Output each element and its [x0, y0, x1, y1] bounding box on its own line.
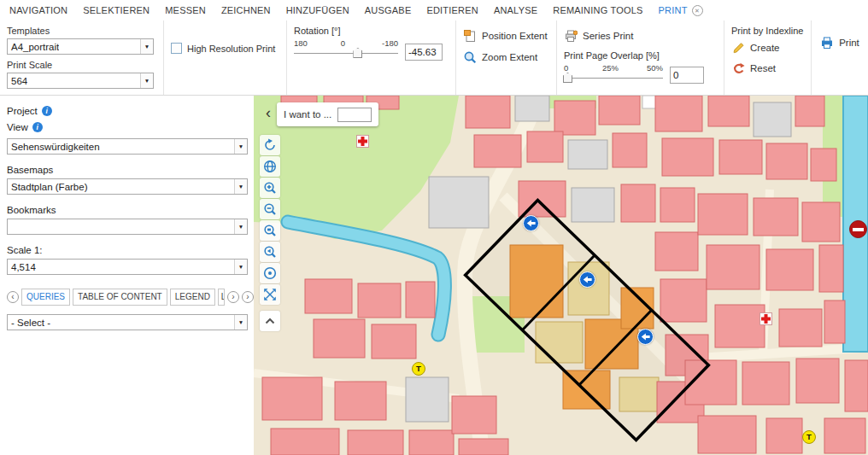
rotation-max-label: -180: [382, 38, 398, 48]
full-extent-icon: [262, 287, 278, 302]
info-icon[interactable]: [32, 122, 43, 132]
rotation-slider-handle[interactable]: [353, 48, 362, 58]
chevron-down-icon[interactable]: [140, 73, 153, 88]
high-res-checkbox-row[interactable]: High Resolution Print: [171, 43, 279, 54]
i-want-to-input[interactable]: [337, 108, 372, 122]
zoom-extent-label: Zoom Extent: [482, 52, 537, 62]
taxi-marker-label: T: [806, 432, 812, 441]
tab-ausgabe[interactable]: AUSGABE: [357, 0, 419, 20]
basemaps-value: Stadtplan (Farbe): [8, 182, 88, 192]
panel-tab-legend[interactable]: LEGEND: [170, 289, 215, 306]
rotation-slider[interactable]: 180 0 -180: [294, 38, 398, 66]
center-icon: [262, 265, 278, 281]
one-way-marker: [637, 329, 654, 345]
indexline-create-button[interactable]: Create: [731, 41, 804, 55]
scale-label: Scale 1:: [7, 245, 248, 255]
panel-tabs-more-button[interactable]: [242, 291, 254, 303]
tab-print-label: PRINT: [659, 0, 688, 20]
one-way-marker: [579, 271, 595, 288]
chevron-down-icon[interactable]: [140, 39, 153, 54]
overlap-value-input[interactable]: [670, 67, 704, 84]
tab-remaining-tools[interactable]: REMAINING TOOLS: [545, 0, 650, 20]
series-print-group: Series Print Print Page Overlap [%] 0 25…: [557, 20, 724, 95]
pencil-icon: [731, 41, 745, 55]
series-print-button[interactable]: Series Print: [564, 29, 717, 43]
center-map-button[interactable]: [260, 263, 280, 283]
overlap-label: Print Page Overlap [%]: [564, 50, 717, 61]
zoom-previous-button[interactable]: [260, 242, 280, 262]
chevron-up-icon: [262, 313, 278, 329]
position-extent-button[interactable]: Position Extent: [463, 29, 549, 43]
rotate-map-button[interactable]: [260, 135, 280, 155]
print-scale-dropdown[interactable]: 564: [7, 73, 154, 89]
series-print-icon: [564, 29, 578, 43]
print-button[interactable]: Print: [818, 36, 861, 50]
i-want-to-widget[interactable]: I want to ...: [277, 102, 378, 126]
chevron-down-icon[interactable]: [234, 219, 247, 234]
full-extent-button[interactable]: [260, 284, 280, 305]
i-want-to-label: I want to ...: [284, 109, 331, 120]
tab-navigation[interactable]: NAVIGATION: [2, 0, 75, 20]
tab-messen[interactable]: MESSEN: [157, 0, 214, 20]
indexline-group: Print by Indexline Create Reset: [724, 20, 812, 95]
app-window: NAVIGATION SELEKTIEREN MESSEN ZEICHNEN H…: [0, 0, 868, 455]
tab-selektieren[interactable]: SELEKTIEREN: [75, 0, 157, 20]
extent-group: Position Extent Zoom Extent: [456, 20, 557, 95]
query-select-dropdown[interactable]: - Select -: [7, 314, 248, 330]
view-dropdown[interactable]: Sehenswürdigkeiten: [7, 138, 248, 155]
map-view[interactable]: I want to ... T T: [254, 96, 868, 455]
taxi-marker-label: T: [416, 364, 421, 373]
chevron-down-icon[interactable]: [234, 179, 247, 194]
basemaps-label: Basemaps: [7, 165, 248, 175]
zoom-extent-button[interactable]: Zoom Extent: [463, 50, 549, 64]
templates-value: A4_portrait: [8, 42, 59, 52]
zoom-window-icon: [262, 223, 278, 238]
chevron-down-icon[interactable]: [234, 139, 247, 154]
chevron-down-icon[interactable]: [234, 260, 247, 274]
panel-tabs-scroll-right-button[interactable]: [227, 291, 239, 303]
overlap-slider-handle[interactable]: [563, 73, 572, 83]
zoom-in-button[interactable]: [260, 178, 280, 198]
panel-tabs-scroll-left-button[interactable]: [7, 291, 19, 303]
position-extent-label: Position Extent: [482, 31, 548, 41]
rotation-value-input[interactable]: [405, 44, 443, 61]
ribbon-tabbar: NAVIGATION SELEKTIEREN MESSEN ZEICHNEN H…: [0, 0, 868, 20]
rotation-slider-track[interactable]: [294, 53, 398, 54]
panel-tab-table-of-content[interactable]: TABLE OF CONTENT: [73, 289, 167, 306]
zoom-window-button[interactable]: [260, 220, 280, 241]
tab-hinzufuegen[interactable]: HINZUFÜGEN: [279, 0, 357, 20]
tab-editieren[interactable]: EDITIEREN: [419, 0, 485, 20]
print-ribbon: Templates A4_portrait Print Scale 564 Hi…: [0, 20, 868, 96]
globe-button[interactable]: [260, 156, 280, 177]
overlap-slider[interactable]: 0 25% 50%: [564, 63, 663, 89]
overlap-slider-track[interactable]: [564, 78, 663, 79]
main-area: Project View Sehenswürdigkeiten Basemaps…: [0, 96, 868, 455]
indexline-reset-button[interactable]: Reset: [731, 61, 804, 75]
no-entry-marker: [849, 220, 867, 238]
map-canvas: [254, 96, 868, 455]
zoom-out-button[interactable]: [260, 199, 280, 219]
project-label: Project: [7, 106, 38, 116]
templates-dropdown[interactable]: A4_portrait: [7, 38, 154, 55]
red-cross-marker: [760, 312, 772, 325]
close-icon[interactable]: [692, 5, 703, 16]
panel-tab-queries[interactable]: QUERIES: [21, 289, 70, 306]
left-arrow-icon: [581, 273, 594, 286]
panel-tab-truncated[interactable]: L: [218, 289, 225, 306]
bookmarks-dropdown[interactable]: [7, 219, 248, 235]
info-icon[interactable]: [42, 106, 52, 116]
basemaps-dropdown[interactable]: Stadtplan (Farbe): [7, 178, 248, 195]
taxi-marker: T: [802, 430, 816, 444]
toolbar-collapse-button[interactable]: [260, 311, 280, 331]
chevron-down-icon[interactable]: [234, 315, 247, 330]
templates-group: Templates A4_portrait Print Scale 564: [0, 20, 164, 95]
indexline-create-label: Create: [750, 43, 780, 53]
globe-icon: [262, 159, 278, 174]
tab-print[interactable]: PRINT: [651, 0, 711, 20]
overlap-max-label: 50%: [647, 63, 663, 73]
tab-analyse[interactable]: ANALYSE: [486, 0, 545, 20]
tab-zeichnen[interactable]: ZEICHNEN: [214, 0, 279, 20]
high-res-checkbox[interactable]: [171, 43, 182, 54]
sidebar-collapse-button[interactable]: [262, 104, 274, 123]
scale-dropdown[interactable]: 4,514: [7, 259, 248, 275]
